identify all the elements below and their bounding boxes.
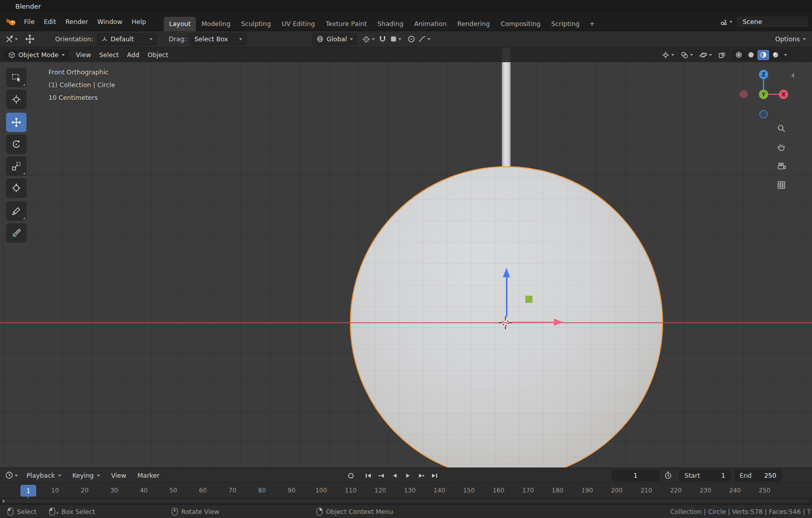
jump-to-start-button[interactable]: [362, 470, 374, 481]
tab-modeling[interactable]: Modeling: [196, 17, 236, 31]
scene-name: Scene: [743, 18, 762, 25]
frame-end-field[interactable]: End 250: [734, 470, 781, 481]
shading-material-button[interactable]: [757, 50, 769, 60]
tab-layout[interactable]: Layout: [164, 17, 196, 31]
scene-name-field[interactable]: Scene: [737, 16, 808, 28]
ruler-tick-150: 150: [463, 487, 475, 494]
menu-file[interactable]: File: [19, 16, 39, 28]
editor-type-button[interactable]: [5, 35, 18, 43]
playhead[interactable]: 1: [20, 485, 36, 497]
proportional-edit-button[interactable]: [408, 35, 415, 43]
timeline-menu-playback[interactable]: Playback: [22, 470, 66, 481]
pan-button[interactable]: [775, 141, 788, 154]
shading-solid-button[interactable]: [745, 50, 757, 60]
camera-view-button[interactable]: [775, 160, 788, 173]
region-expand-icon[interactable]: [3, 499, 5, 503]
region-collapse-arrow-icon[interactable]: [791, 73, 794, 78]
mode-dropdown[interactable]: Object Mode: [4, 49, 69, 61]
blender-logo-icon[interactable]: [6, 18, 16, 26]
play-reverse-button[interactable]: [389, 470, 401, 481]
jump-to-end-button[interactable]: [428, 470, 441, 481]
tool-transform[interactable]: [6, 178, 27, 198]
tool-select-box[interactable]: [6, 68, 27, 87]
axis-y-ball[interactable]: Y: [759, 90, 768, 99]
show-overlays-button[interactable]: [680, 51, 693, 59]
tool-cursor[interactable]: [6, 90, 27, 109]
timeline-menu-keying[interactable]: Keying: [68, 470, 105, 481]
menu-render[interactable]: Render: [61, 16, 93, 28]
viewport-menu-view[interactable]: View: [72, 49, 95, 61]
axis-negative-x-ball[interactable]: [740, 90, 748, 98]
scene-browse-button[interactable]: [720, 18, 732, 26]
tab-uv-editing[interactable]: UV Editing: [276, 17, 320, 31]
cylinder-object[interactable]: [502, 47, 511, 171]
scrollbar-thumb[interactable]: [2, 499, 810, 503]
auto-key-button[interactable]: [345, 470, 357, 481]
tab-shading[interactable]: Shading: [372, 17, 409, 31]
frame-start-field[interactable]: Start 1: [679, 470, 730, 481]
timeline-menu-view[interactable]: View: [107, 470, 131, 481]
tool-rotate[interactable]: [6, 135, 27, 154]
move-gizmo-z-arrow[interactable]: [506, 277, 508, 317]
timeline-ruler[interactable]: 1 11020304050607080901001101201301401501…: [0, 482, 812, 498]
use-preview-range-button[interactable]: [664, 471, 672, 481]
prev-keyframe-button[interactable]: [375, 470, 388, 481]
zoom-button[interactable]: [775, 122, 788, 135]
move-gizmo-y-handle[interactable]: [525, 296, 532, 303]
tool-measure[interactable]: [6, 223, 27, 243]
menu-window[interactable]: Window: [93, 16, 127, 28]
tool-move[interactable]: [6, 113, 27, 132]
orbit-spheres-button[interactable]: [699, 51, 712, 59]
viewport-overlay-text: Front Orthographic (1) Collection | Circ…: [48, 66, 115, 104]
proportional-edit-icon: [408, 35, 415, 43]
menu-help[interactable]: Help: [127, 16, 151, 28]
tab-rendering[interactable]: Rendering: [452, 17, 495, 31]
xray-toggle-button[interactable]: [718, 51, 726, 59]
toggle-ortho-button[interactable]: [775, 178, 788, 192]
shading-wireframe-button[interactable]: [733, 50, 745, 60]
viewport-menu-add[interactable]: Add: [123, 49, 143, 61]
show-gizmo-button[interactable]: [662, 51, 674, 59]
menu-edit[interactable]: Edit: [39, 16, 61, 28]
timeline-menu-marker[interactable]: Marker: [133, 470, 164, 481]
viewport-menu-object[interactable]: Object: [143, 49, 172, 61]
drag-dropdown[interactable]: Select Box: [190, 34, 246, 45]
chevron-down-icon: [149, 38, 153, 40]
chevron-down-icon: [709, 54, 712, 56]
next-keyframe-icon: [418, 473, 425, 479]
axis-negative-z-ball[interactable]: [760, 111, 768, 118]
chevron-down-icon: [729, 21, 732, 23]
navigation-gizmo[interactable]: Z Y X: [739, 70, 788, 119]
play-button[interactable]: [402, 470, 414, 481]
tab-sculpting[interactable]: Sculpting: [236, 17, 276, 31]
tab-scripting[interactable]: Scripting: [546, 17, 585, 31]
snap-toggle-button[interactable]: [379, 36, 386, 43]
add-workspace-button[interactable]: +: [585, 17, 598, 31]
timeline-scrollbar[interactable]: [0, 498, 812, 504]
axis-x-ball[interactable]: X: [779, 90, 788, 99]
move-gizmo-x-arrow[interactable]: [512, 322, 554, 323]
options-button[interactable]: Options: [775, 35, 806, 43]
move-gizmo-x-arrowhead[interactable]: [554, 319, 564, 326]
shading-rendered-button[interactable]: [770, 50, 781, 60]
tab-animation[interactable]: Animation: [409, 17, 452, 31]
orientation-dropdown[interactable]: Default: [97, 34, 157, 45]
falloff-button[interactable]: [418, 36, 430, 42]
current-frame-field[interactable]: 1: [612, 470, 659, 481]
next-keyframe-button[interactable]: [415, 470, 427, 481]
pivot-point-button[interactable]: [362, 35, 375, 43]
status-hint-select: Select: [7, 507, 37, 516]
tab-texture-paint[interactable]: Texture Paint: [320, 17, 372, 31]
tool-scale[interactable]: [6, 157, 27, 176]
status-hint-label: Select: [17, 508, 37, 515]
transform-orientation-dropdown[interactable]: Global: [313, 34, 357, 45]
tool-annotate[interactable]: [6, 201, 27, 221]
viewport-canvas[interactable]: Front Orthographic (1) Collection | Circ…: [0, 47, 812, 468]
axis-z-ball[interactable]: Z: [759, 70, 768, 79]
orientation-label: Orientation:: [55, 35, 93, 43]
viewport-menu-select[interactable]: Select: [95, 49, 123, 61]
tab-compositing[interactable]: Compositing: [495, 17, 545, 31]
move-gizmo-z-arrowhead[interactable]: [503, 268, 510, 277]
timeline-editor-type-button[interactable]: [5, 471, 18, 479]
snap-settings-button[interactable]: [390, 36, 401, 42]
